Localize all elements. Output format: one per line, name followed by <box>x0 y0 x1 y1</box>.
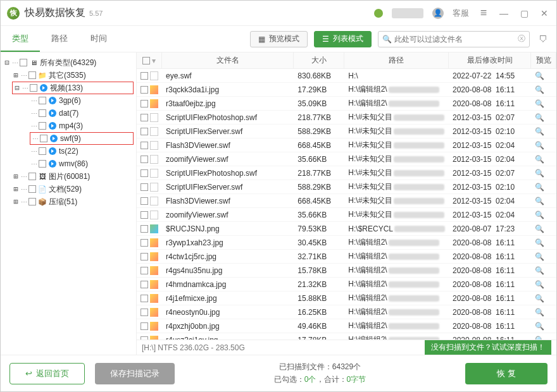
tree-checkbox[interactable] <box>39 160 46 168</box>
table-row[interactable]: eye.swf830.68KBH:\2022-07-22 14:55🔍 <box>137 69 556 83</box>
expand-icon[interactable]: ⊞ <box>12 197 20 206</box>
preview-icon[interactable]: 🔍 <box>535 322 544 331</box>
col-name[interactable]: 文件名 <box>216 55 239 66</box>
tree-swf[interactable]: swf(9) <box>60 134 81 143</box>
tree-other[interactable]: 其它(3535) <box>49 70 86 81</box>
preview-icon[interactable]: 🔍 <box>535 224 544 233</box>
tab-time[interactable]: 时间 <box>79 26 118 52</box>
table-row[interactable]: ScriptUIFlexServer.swf588.29KBH:\#未知父目20… <box>137 180 556 194</box>
table-row[interactable]: $RUCJSNJ.png79.53KBH:\$RECYCL2020-08-07 … <box>137 222 556 236</box>
tree-wmv[interactable]: wmv(86) <box>59 159 88 168</box>
tree-video[interactable]: 视频(133) <box>50 83 83 94</box>
tree-checkbox[interactable] <box>39 109 46 117</box>
expand-icon[interactable]: ⊟ <box>3 58 11 67</box>
table-row[interactable]: r4pxzhj0obn.jpg49.46KBH:\编辑组2\2020-08-08… <box>137 319 556 333</box>
preview-icon[interactable]: 🔍 <box>535 294 544 303</box>
row-checkbox[interactable] <box>141 211 148 219</box>
preview-icon[interactable]: 🔍 <box>535 252 544 261</box>
tree-checkbox[interactable] <box>40 135 47 142</box>
tree-checkbox[interactable] <box>39 122 46 130</box>
preview-mode-button[interactable]: ▦预览模式 <box>250 31 308 47</box>
table-row[interactable]: r3qckk3da1i.jpg17.29KBH:\编辑组2\2020-08-08… <box>137 83 556 97</box>
table-row[interactable]: r4gs4nu35nu.jpg15.78KBH:\编辑组2\2020-08-08… <box>137 264 556 278</box>
row-checkbox[interactable] <box>141 267 148 274</box>
table-row[interactable]: r4usz3ci1ev.jpg17.78KBH:\编辑组2\2020-08-08… <box>137 333 556 340</box>
tree-3gp[interactable]: 3gp(6) <box>59 96 81 105</box>
preview-icon[interactable]: 🔍 <box>535 197 544 205</box>
row-checkbox[interactable] <box>141 239 148 247</box>
preview-icon[interactable]: 🔍 <box>535 99 544 108</box>
row-checkbox[interactable] <box>141 142 148 149</box>
list-mode-button[interactable]: ☰列表模式 <box>314 31 372 47</box>
tree-mp4[interactable]: mp4(3) <box>59 121 83 130</box>
recover-button[interactable]: 恢 复 <box>465 363 548 384</box>
table-row[interactable]: zoomifyViewer.swf35.66KBH:\#未知父目2012-03-… <box>137 152 556 166</box>
customer-service-link[interactable]: 客服 <box>453 8 469 19</box>
expand-icon[interactable]: ⊞ <box>12 71 20 80</box>
row-checkbox[interactable] <box>141 322 148 330</box>
tree-checkbox[interactable] <box>39 147 46 155</box>
col-size[interactable]: 大小 <box>311 55 327 66</box>
row-checkbox[interactable] <box>141 86 148 94</box>
preview-icon[interactable]: 🔍 <box>535 183 544 192</box>
preview-icon[interactable]: 🔍 <box>535 238 544 247</box>
tree-pic[interactable]: 图片(60081) <box>49 171 90 182</box>
expand-icon[interactable]: ⊞ <box>12 185 20 193</box>
row-checkbox[interactable] <box>141 128 148 135</box>
preview-icon[interactable]: 🔍 <box>535 127 544 136</box>
deep-scan-button[interactable]: 没有扫描到文件？试试深度扫描！ <box>425 340 551 355</box>
preview-icon[interactable]: 🔍 <box>535 169 544 178</box>
tree-all-types[interactable]: 所有类型(64329) <box>40 58 96 68</box>
tree-checkbox[interactable] <box>20 59 27 66</box>
col-preview[interactable]: 预览 <box>536 55 551 66</box>
tree-zip[interactable]: 压缩(51) <box>49 197 77 207</box>
col-mtime[interactable]: 最后修改时间 <box>467 55 513 66</box>
row-checkbox[interactable] <box>141 156 148 163</box>
table-row[interactable]: r4j1efmicxe.jpg15.88KBH:\编辑组2\2020-08-08… <box>137 291 556 305</box>
clear-search-icon[interactable]: ⓧ <box>518 34 525 44</box>
row-checkbox[interactable] <box>141 100 148 107</box>
tree-checkbox[interactable] <box>28 173 36 180</box>
table-row[interactable]: Flash3DViewer.swf668.45KBH:\#未知父目2012-03… <box>137 194 556 208</box>
table-row[interactable]: Flash3DViewer.swf668.45KBH:\#未知父目2012-03… <box>137 138 556 152</box>
select-all-checkbox[interactable] <box>142 57 150 64</box>
maximize-icon[interactable]: ▢ <box>518 8 530 18</box>
col-path[interactable]: 路径 <box>389 55 404 66</box>
preview-icon[interactable]: 🔍 <box>535 113 544 122</box>
tree-checkbox[interactable] <box>28 71 36 79</box>
row-checkbox[interactable] <box>141 253 148 260</box>
expand-icon[interactable]: ⊞ <box>12 172 20 181</box>
tree-doc[interactable]: 文档(529) <box>49 184 82 195</box>
tree-checkbox[interactable] <box>39 97 46 104</box>
avatar-icon[interactable]: 👤 <box>432 8 444 19</box>
row-checkbox[interactable] <box>141 183 148 191</box>
tree-checkbox[interactable] <box>28 198 36 205</box>
table-row[interactable]: zoomifyViewer.swf35.66KBH:\#未知父目2012-03-… <box>137 208 556 222</box>
expand-icon[interactable]: ⊟ <box>13 83 21 92</box>
row-checkbox[interactable] <box>141 72 148 80</box>
tab-path[interactable]: 路径 <box>40 26 79 52</box>
file-list[interactable]: eye.swf830.68KBH:\2022-07-22 14:55🔍 r3qc… <box>137 69 556 340</box>
table-row[interactable]: ScriptUIFlexServer.swf588.29KBH:\#未知父目20… <box>137 125 556 138</box>
row-checkbox[interactable] <box>141 309 148 316</box>
row-checkbox[interactable] <box>141 281 148 288</box>
sort-icon[interactable]: ▾ <box>152 56 156 65</box>
preview-icon[interactable]: 🔍 <box>535 308 544 317</box>
tree-dat[interactable]: dat(7) <box>59 109 78 118</box>
table-row[interactable]: r3ywp1xah23.jpg30.45KBH:\编辑组2\2020-08-08… <box>137 236 556 250</box>
save-scan-button[interactable]: 保存扫描记录 <box>95 363 175 384</box>
filter-icon[interactable]: ⛉ <box>536 34 550 44</box>
table-row[interactable]: r4hmdnamkca.jpg21.32KBH:\编辑组2\2020-08-08… <box>137 278 556 291</box>
tree-checkbox[interactable] <box>30 84 37 92</box>
row-checkbox[interactable] <box>141 225 148 233</box>
table-row[interactable]: ScriptUIFlexPhotoshop.swf218.77KBH:\#未知父… <box>137 111 556 125</box>
search-box[interactable]: 🔍 ⓧ <box>378 31 530 47</box>
tree-ts[interactable]: ts(22) <box>59 147 78 156</box>
table-row[interactable]: r3taaf0ejbz.jpg35.09KBH:\编辑组2\2020-08-08… <box>137 97 556 111</box>
preview-icon[interactable]: 🔍 <box>535 211 544 219</box>
table-row[interactable]: ScriptUIFlexPhotoshop.swf218.77KBH:\#未知父… <box>137 166 556 180</box>
preview-icon[interactable]: 🔍 <box>535 280 544 289</box>
row-checkbox[interactable] <box>141 114 148 121</box>
row-checkbox[interactable] <box>141 295 148 302</box>
close-icon[interactable]: ✕ <box>539 8 550 18</box>
